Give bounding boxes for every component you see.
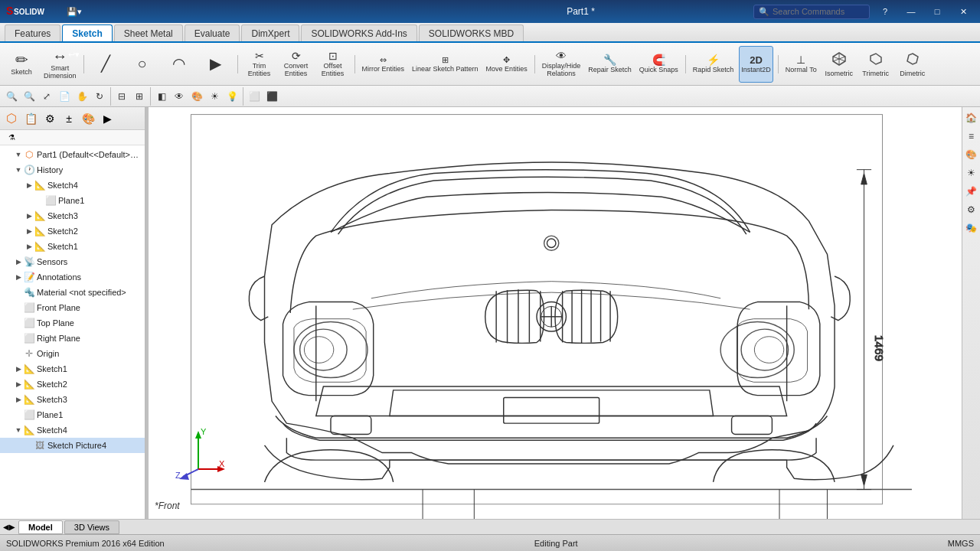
toolbar-separator <box>237 55 238 73</box>
tree-item-plane1-history[interactable]: ⬜ Plane1 <box>0 193 145 208</box>
view-pan-btn[interactable]: ✋ <box>74 88 90 105</box>
view-dynamic-section-btn[interactable]: ⊞ <box>131 88 148 105</box>
tree-item-front-plane[interactable]: ⬜ Front Plane <box>0 300 145 315</box>
tree-item-sensors[interactable]: ▶ 📡 Sensors <box>0 254 145 269</box>
canvas-area[interactable]: 1469 1580 <box>149 107 962 519</box>
sketch-tool-offset[interactable]: ⊡ OffsetEntities <box>316 46 350 83</box>
view-rotate-btn[interactable]: ↻ <box>91 88 108 105</box>
sketch-tool-normal-to[interactable]: ⊥ Normal To <box>783 46 819 83</box>
scroll-right-btn[interactable]: ▶ <box>9 523 15 531</box>
right-panel-scene-btn[interactable]: ☀ <box>964 165 979 181</box>
sketch-tool-circle[interactable]: ○ <box>126 46 159 83</box>
tree-item-sketch2[interactable]: ▶ 📐 Sketch2 <box>0 377 145 392</box>
sketch-tool-mirror[interactable]: ⇔ Mirror Entities <box>360 46 407 83</box>
sidebar-property-manager-btn[interactable]: 📋 <box>22 110 39 127</box>
sketch-tool-quick-snaps[interactable]: 🧲 Quick Snaps <box>637 46 681 83</box>
sketch2-history-icon: 📐 <box>34 225 46 237</box>
filter-btn[interactable]: ⚗ <box>3 129 20 146</box>
tab-sketch[interactable]: Sketch <box>62 24 112 41</box>
tree-item-right-plane[interactable]: ⬜ Right Plane <box>0 331 145 346</box>
sketch-tool-convert[interactable]: ⟳ ConvertEntities <box>279 46 313 83</box>
bottom-tab-bar: ◀ ▶ Model 3D Views <box>0 519 980 534</box>
part-icon: ⬡ <box>23 148 35 161</box>
sidebar-dim-expert-btn[interactable]: ± <box>60 110 77 127</box>
scroll-left-btn[interactable]: ◀ <box>3 523 9 531</box>
tab-solidworks-addins[interactable]: SOLIDWORKS Add-Ins <box>301 24 416 41</box>
sidebar-config-manager-btn[interactable]: ⚙ <box>41 110 58 127</box>
sketch-tool-trimetric[interactable]: Trimetric <box>859 46 893 83</box>
right-panel-decals-btn[interactable]: 📌 <box>964 184 979 199</box>
sketch-tool-more[interactable]: ▶ <box>199 46 233 83</box>
view-zoom-sheet-btn[interactable]: 📄 <box>56 88 73 105</box>
repair-label: Repair Sketch <box>588 66 632 73</box>
tree-item-sketch3-history[interactable]: ▶ 📐 Sketch3 <box>0 208 145 223</box>
tab-solidworks-mbd[interactable]: SOLIDWORKS MBD <box>419 24 524 41</box>
view-hide-show-btn[interactable]: 👁 <box>171 88 188 105</box>
tree-item-annotations[interactable]: ▶ 📝 Annotations <box>0 269 145 285</box>
right-panel-home-btn[interactable]: 🏠 <box>964 110 979 126</box>
tree-item-history[interactable]: ▼ 🕐 History <box>0 162 145 178</box>
sidebar-feature-manager-btn[interactable]: ⬡ <box>3 110 20 127</box>
tree-item-plane1[interactable]: ⬜ Plane1 <box>0 407 145 422</box>
tree-item-sketch4-history[interactable]: ▶ 📐 Sketch4 <box>0 178 145 193</box>
sketch-tool-repair[interactable]: 🔧 Repair Sketch <box>586 46 634 83</box>
view-window2-btn[interactable]: ⬛ <box>263 88 280 105</box>
top-plane-icon: ⬜ <box>23 317 35 329</box>
view-appearance-btn[interactable]: 🎨 <box>188 88 205 105</box>
tab-dimxpert[interactable]: DimXpert <box>241 24 299 41</box>
sketch-tool-rapid-sketch[interactable]: ⚡ Rapid Sketch <box>691 46 737 83</box>
view-window-btn[interactable]: ⬜ <box>246 88 263 105</box>
tree-part-root[interactable]: ▼ ⬡ Part1 (Default<<Default>_Displa <box>0 147 145 162</box>
sketch-tool-isometric[interactable]: Isometric <box>822 46 856 83</box>
tree-item-material[interactable]: 🔩 Material <not specified> <box>0 285 145 300</box>
view-scene-btn[interactable]: ☀ <box>206 88 223 105</box>
tree-item-sketch3[interactable]: ▶ 📐 Sketch3 <box>0 392 145 407</box>
bottom-tab-3dviews[interactable]: 3D Views <box>64 520 119 534</box>
tree-item-origin[interactable]: ✛ Origin <box>0 346 145 361</box>
tab-features[interactable]: Features <box>5 24 60 41</box>
sketch4-history-label: Sketch4 <box>47 181 78 190</box>
sensors-label: Sensors <box>37 257 67 266</box>
sketch-tool-trim[interactable]: ✂ TrimEntities <box>243 46 276 83</box>
right-panel-layers-btn[interactable]: ≡ <box>964 129 979 144</box>
tab-evaluate[interactable]: Evaluate <box>185 24 240 41</box>
tab-sheet-metal[interactable]: Sheet Metal <box>114 24 183 41</box>
help-btn[interactable]: ? <box>874 1 896 22</box>
sidebar-more-btn[interactable]: ▶ <box>99 110 116 127</box>
view-section-btn[interactable]: ⊟ <box>113 88 130 105</box>
view-display-btn[interactable]: ◧ <box>153 88 170 105</box>
toolbar-separator <box>778 55 779 73</box>
sketch1-label: Sketch1 <box>37 364 67 373</box>
view-zoom-fit-btn[interactable]: ⤢ <box>38 88 55 105</box>
sidebar-display-manager-btn[interactable]: 🎨 <box>80 110 96 127</box>
minimize-btn[interactable]: — <box>900 1 922 22</box>
search-input[interactable] <box>773 7 864 16</box>
sketch-tool-move[interactable]: ✥ Move Entities <box>484 46 530 83</box>
right-panel-palette-btn[interactable]: 🎭 <box>964 220 979 236</box>
sketch-tool-linear-pattern[interactable]: ⊞ Linear Sketch Pattern <box>410 46 481 83</box>
sketch-tool-smart-dimension[interactable]: ↔ SmartDimension <box>41 46 79 83</box>
sketch-tool-dimetric[interactable]: Dimetric <box>896 46 929 83</box>
view-zoom-area-btn[interactable]: 🔍 <box>21 88 38 105</box>
tree-item-sketch-picture4[interactable]: 🖼 Sketch Picture4 <box>0 438 145 453</box>
tree-item-sketch4[interactable]: ▼ 📐 Sketch4 <box>0 422 145 438</box>
view-light-btn[interactable]: 💡 <box>224 88 240 105</box>
save-btn[interactable]: 💾▾ <box>63 1 86 22</box>
tree-item-sketch1[interactable]: ▶ 📐 Sketch1 <box>0 361 145 377</box>
sketch-tool-display-hide[interactable]: 👁 Display/HideRelations <box>540 46 583 83</box>
sketch-tool-instant2d[interactable]: 2D Instant2D <box>739 46 773 83</box>
sketch-tool-line[interactable]: ╱ <box>89 46 122 83</box>
sketch-tool-sketch[interactable]: ✏ Sketch <box>5 46 38 83</box>
tree-item-top-plane[interactable]: ⬜ Top Plane <box>0 315 145 331</box>
view-orient-btn[interactable]: 🔍 <box>3 88 20 105</box>
arc-icon: ◠ <box>172 56 185 71</box>
maximize-btn[interactable]: □ <box>926 1 948 22</box>
right-panel-solidworks-btn[interactable]: ⚙ <box>964 202 979 217</box>
bottom-tab-model[interactable]: Model <box>18 520 63 534</box>
sketch-tool-arc[interactable]: ◠ <box>162 46 196 83</box>
tree-item-sketch1-history[interactable]: ▶ 📐 Sketch1 <box>0 239 145 254</box>
tree-item-sketch2-history[interactable]: ▶ 📐 Sketch2 <box>0 223 145 239</box>
right-panel-appearance-btn[interactable]: 🎨 <box>964 147 979 162</box>
close-btn[interactable]: ✕ <box>952 1 974 22</box>
history-icon: 🕐 <box>23 164 35 176</box>
